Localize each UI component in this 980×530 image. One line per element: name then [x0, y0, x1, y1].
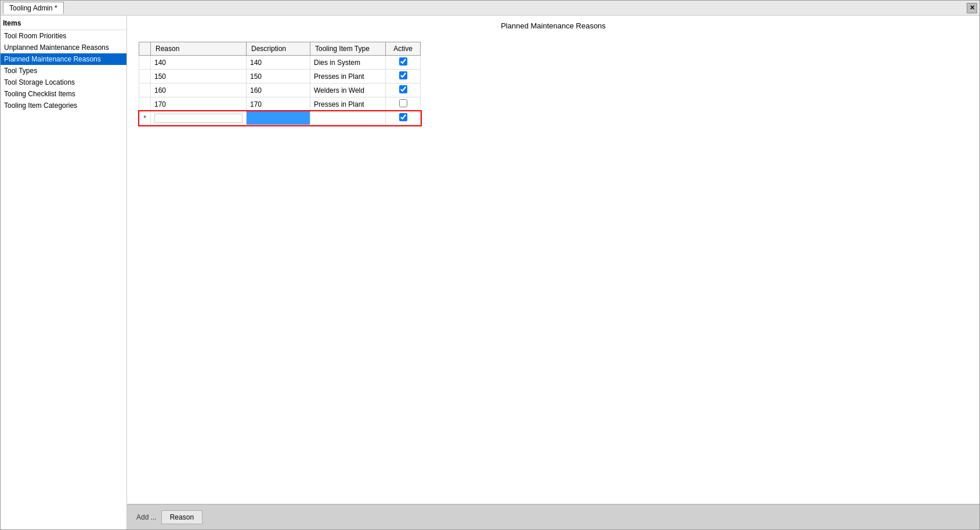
- cell-description: 160: [247, 84, 310, 97]
- table-area: Reason Description Tooling Item Type Act…: [127, 36, 979, 504]
- sidebar-header: Items: [1, 16, 126, 30]
- footer: Add ... Reason: [127, 504, 979, 529]
- main-window: Tooling Admin * ✕ Items Tool Room Priori…: [0, 0, 980, 530]
- cell-tooling-item-type: Presses in Plant: [310, 97, 386, 111]
- cell-reason: 170: [151, 97, 247, 111]
- active-checkbox[interactable]: [399, 57, 407, 66]
- cell-reason: 160: [151, 84, 247, 97]
- cell-tooling-item-type: Presses in Plant: [310, 70, 386, 84]
- active-checkbox[interactable]: [399, 85, 407, 93]
- table-row[interactable]: 170170Presses in Plant: [139, 97, 421, 111]
- col-description-header: Description: [247, 42, 310, 56]
- new-row-reason-input[interactable]: [154, 114, 243, 123]
- main-panel: Planned Maintenance Reasons Reason Descr…: [127, 16, 979, 529]
- cell-active[interactable]: [386, 97, 421, 111]
- col-indicator-header: [139, 42, 151, 56]
- new-row-reason-cell[interactable]: [151, 111, 247, 125]
- row-indicator: [139, 84, 151, 97]
- close-icon: ✕: [970, 4, 975, 12]
- row-indicator: [139, 97, 151, 111]
- cell-active[interactable]: [386, 70, 421, 84]
- cell-reason: 140: [151, 56, 247, 70]
- row-indicator: [139, 56, 151, 70]
- title-bar: Tooling Admin * ✕: [1, 1, 979, 16]
- cell-description: 150: [247, 70, 310, 84]
- sidebar-item-tooling-checklist-items[interactable]: Tooling Checklist Items: [1, 88, 126, 100]
- active-checkbox[interactable]: [399, 99, 407, 107]
- cell-tooling-item-type: Dies in System: [310, 56, 386, 70]
- sidebar-item-unplanned-maintenance-reasons[interactable]: Unplanned Maintenance Reasons: [1, 42, 126, 53]
- sidebar-item-tooling-item-categories[interactable]: Tooling Item Categories: [1, 100, 126, 111]
- cell-tooling-item-type: Welders in Weld: [310, 84, 386, 97]
- sidebar-item-tool-storage-locations[interactable]: Tool Storage Locations: [1, 77, 126, 88]
- content-area: Items Tool Room Priorities Unplanned Mai…: [1, 16, 979, 529]
- sidebar-item-planned-maintenance-reasons[interactable]: Planned Maintenance Reasons: [1, 53, 126, 65]
- row-indicator: [139, 70, 151, 84]
- data-table: Reason Description Tooling Item Type Act…: [139, 42, 421, 125]
- new-row-indicator: *: [139, 111, 151, 125]
- add-label: Add ...: [136, 513, 157, 521]
- sidebar-item-tool-room-priorities[interactable]: Tool Room Priorities: [1, 30, 126, 42]
- reason-button[interactable]: Reason: [161, 510, 202, 524]
- window-tab[interactable]: Tooling Admin *: [3, 2, 64, 14]
- cell-description: 140: [247, 56, 310, 70]
- new-row-active-checkbox[interactable]: [399, 113, 407, 121]
- cell-description: 170: [247, 97, 310, 111]
- new-row[interactable]: *: [139, 111, 421, 125]
- table-row[interactable]: 150150Presses in Plant: [139, 70, 421, 84]
- new-row-tooling-cell: [310, 111, 386, 125]
- sidebar: Items Tool Room Priorities Unplanned Mai…: [1, 16, 127, 529]
- panel-title: Planned Maintenance Reasons: [127, 16, 979, 36]
- new-row-description-cell: [247, 111, 310, 125]
- sidebar-item-tool-types[interactable]: Tool Types: [1, 65, 126, 77]
- table-row[interactable]: 140140Dies in System: [139, 56, 421, 70]
- table-row[interactable]: 160160Welders in Weld: [139, 84, 421, 97]
- cell-reason: 150: [151, 70, 247, 84]
- window-title: Tooling Admin *: [9, 4, 57, 12]
- new-row-active-cell[interactable]: [386, 111, 421, 125]
- cell-active[interactable]: [386, 84, 421, 97]
- col-active-header: Active: [386, 42, 421, 56]
- active-checkbox[interactable]: [399, 71, 407, 79]
- close-button[interactable]: ✕: [967, 3, 977, 13]
- col-tooling-header: Tooling Item Type: [310, 42, 386, 56]
- cell-active[interactable]: [386, 56, 421, 70]
- col-reason-header: Reason: [151, 42, 247, 56]
